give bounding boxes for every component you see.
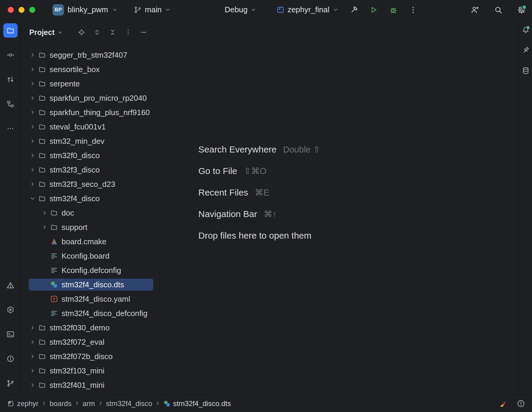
shortcut-label: Search Everywhere [198, 144, 277, 155]
toolchain-status-icon[interactable] [499, 399, 508, 408]
editor-area[interactable]: Search EverywhereDouble ⇧Go to File⇧⌘ORe… [160, 20, 519, 395]
more-actions-button[interactable] [409, 5, 418, 14]
chevron-right-icon[interactable] [27, 123, 38, 130]
tree-item-sparkfun_pro_micro_rp2040[interactable]: sparkfun_pro_micro_rp2040 [21, 91, 160, 105]
tree-item-stm32f3_disco[interactable]: stm32f3_disco [21, 163, 160, 177]
tree-item-stm32f4_disco_defconfig[interactable]: stm32f4_disco_defconfig [21, 306, 160, 321]
tree-item-label: Kconfig.defconfig [62, 266, 121, 275]
services-tool-button[interactable] [3, 303, 18, 317]
tree-item-stm32f0_disco[interactable]: stm32f0_disco [21, 148, 160, 163]
branch-widget[interactable]: main [134, 5, 171, 14]
database-button[interactable] [520, 65, 531, 76]
tree-item-serpente[interactable]: serpente [21, 77, 160, 91]
tree-item-stm32f030_demo[interactable]: stm32f030_demo [21, 321, 160, 335]
tree-item-doc[interactable]: doc [21, 206, 160, 220]
breadcrumb-separator: › [157, 399, 159, 408]
breadcrumb-separator: › [43, 399, 45, 408]
chevron-right-icon[interactable] [27, 152, 38, 159]
chevron-right-icon[interactable] [27, 80, 38, 87]
tree-item-stm32f072_eval[interactable]: stm32f072_eval [21, 335, 160, 349]
chevron-right-icon[interactable] [27, 367, 38, 374]
cmake-icon [50, 238, 59, 245]
more-tool-windows-button[interactable] [3, 121, 18, 136]
folder-icon [38, 80, 47, 88]
chevron-right-icon[interactable] [27, 52, 38, 58]
zoom-window-button[interactable] [29, 7, 35, 13]
tree-item-Kconfig.defconfig[interactable]: Kconfig.defconfig [21, 263, 160, 277]
tree-item-support[interactable]: support [21, 220, 160, 234]
tree-item-Kconfig.board[interactable]: Kconfig.board [21, 249, 160, 263]
commit-tool-button[interactable] [3, 48, 18, 62]
breadcrumb-item[interactable]: stm32f4_disco.dts [163, 399, 231, 408]
pull-requests-tool-button[interactable] [3, 72, 18, 87]
tree-item-label: stm32f401_mini [50, 381, 105, 390]
tree-item-stm32_min_dev[interactable]: stm32_min_dev [21, 134, 160, 148]
chevron-right-icon[interactable] [27, 181, 38, 187]
run-button[interactable] [369, 5, 378, 14]
project-view-selector[interactable]: Project [29, 28, 63, 37]
ide-window: BP blinky_pwm main Debug zephyr_final [0, 0, 532, 412]
shortcut-label: Drop files here to open them [198, 231, 312, 241]
chevron-down-icon[interactable] [27, 195, 38, 202]
tree-item-steval_fcu001v1[interactable]: steval_fcu001v1 [21, 120, 160, 134]
chevron-right-icon[interactable] [27, 95, 38, 101]
tree-item-stm32f4_disco[interactable]: stm32f4_disco [21, 191, 160, 206]
tree-item-label: stm32f3_disco [50, 165, 100, 175]
panel-options-button[interactable] [124, 28, 132, 36]
problems-tool-button[interactable] [3, 278, 18, 292]
folder-icon [38, 94, 47, 102]
chevron-right-icon[interactable] [27, 138, 38, 144]
tree-item-stm32f3_seco_d23[interactable]: stm32f3_seco_d23 [21, 177, 160, 191]
chevron-right-icon[interactable] [27, 353, 38, 360]
bell-icon [522, 26, 530, 34]
chevron-right-icon[interactable] [27, 339, 38, 345]
chevron-right-icon[interactable] [39, 224, 50, 231]
project-widget[interactable]: BP blinky_pwm [53, 4, 118, 16]
tree-item-sparkfun_thing_plus_nrf9160[interactable]: sparkfun_thing_plus_nrf9160 [21, 105, 160, 120]
run-config-selector[interactable]: zephyr_final [276, 5, 339, 14]
tree-item-stm32f103_mini[interactable]: stm32f103_mini [21, 364, 160, 378]
tree-item-stm32f401_mini[interactable]: stm32f401_mini [21, 378, 160, 392]
bookmarks-button[interactable] [520, 45, 531, 56]
chevron-right-icon[interactable] [27, 167, 38, 173]
chevron-right-icon[interactable] [27, 324, 38, 331]
settings-button[interactable] [517, 5, 526, 14]
chevron-right-icon[interactable] [27, 382, 38, 388]
chevron-right-icon[interactable] [39, 210, 50, 216]
structure-tool-button[interactable] [3, 97, 18, 111]
build-button[interactable] [349, 5, 358, 14]
terminal-tool-button[interactable] [3, 327, 18, 341]
tree-item-stm32f4_disco.yaml[interactable]: Ystm32f4_disco.yaml [21, 292, 160, 306]
breadcrumb-label: arm [82, 399, 95, 408]
shortcut-hint: Search EverywhereDouble ⇧ [198, 139, 320, 160]
tree-item-segger_trb_stm32f407[interactable]: segger_trb_stm32f407 [21, 48, 160, 62]
tree-item-label: serpente [50, 79, 80, 88]
tree-item-board.cmake[interactable]: board.cmake [21, 234, 160, 249]
expand-all-button[interactable] [93, 28, 101, 36]
collapse-all-button[interactable] [109, 28, 116, 36]
tree-item-sensortile_box[interactable]: sensortile_box [21, 62, 160, 77]
chevron-right-icon[interactable] [27, 66, 38, 73]
inspections-widget-icon[interactable] [516, 399, 525, 408]
close-window-button[interactable] [8, 7, 14, 13]
tree-item-stm32f4_disco.dts[interactable]: stm32f4_disco.dts [21, 277, 160, 292]
minimize-window-button[interactable] [19, 7, 24, 13]
breadcrumb-item[interactable]: stm32f4_disco [106, 399, 152, 408]
hide-panel-button[interactable] [140, 28, 148, 36]
search-everywhere-button[interactable] [494, 5, 503, 14]
version-control-tool-button[interactable] [3, 376, 18, 390]
breadcrumb-item[interactable]: boards [50, 399, 71, 408]
code-with-me-button[interactable] [470, 5, 479, 14]
notifications-button[interactable] [520, 25, 531, 35]
tree-item-stm32f072b_disco[interactable]: stm32f072b_disco [21, 349, 160, 364]
chevron-right-icon[interactable] [27, 109, 38, 116]
inspections-tool-button[interactable] [3, 352, 18, 366]
warning-triangle-icon [6, 281, 15, 289]
project-tool-button[interactable] [3, 23, 18, 38]
select-opened-file-button[interactable] [78, 28, 85, 36]
breadcrumb-item[interactable]: zephyr [7, 399, 39, 408]
shortcut-keys: ⌘E [255, 187, 269, 198]
debug-button[interactable] [389, 5, 398, 14]
run-mode-selector[interactable]: Debug [225, 5, 257, 14]
breadcrumb-item[interactable]: arm [82, 399, 95, 408]
